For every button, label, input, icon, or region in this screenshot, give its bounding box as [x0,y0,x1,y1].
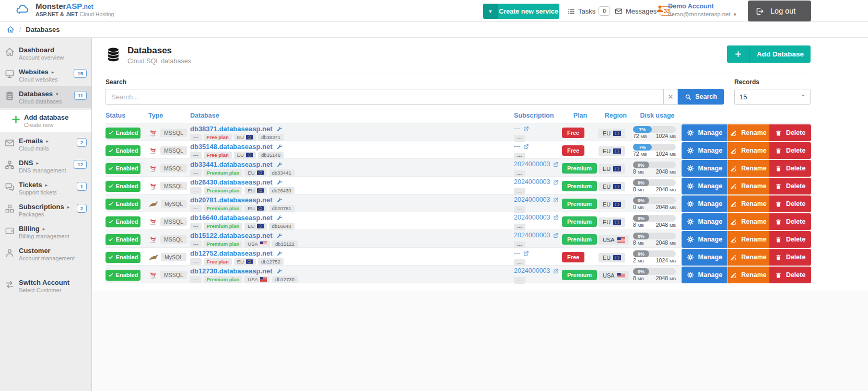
subscription-link[interactable]: --- [514,125,529,132]
records-select[interactable]: 15 [734,89,811,105]
subscription-link[interactable]: 2024000003 [514,178,559,186]
wrench-icon[interactable] [276,179,283,186]
manage-button[interactable]: Manage [682,142,728,159]
database-link[interactable]: db20781.databaseasp.net [190,197,273,204]
wrench-icon[interactable] [276,162,283,168]
rename-button[interactable]: Rename [728,231,769,248]
sidebar-item-switch-account[interactable]: Switch Account Select Customer [0,275,91,297]
subscription-link[interactable]: 2024000003 [514,214,559,221]
subscription-link[interactable]: --- [514,249,529,257]
wrench-icon[interactable] [276,233,283,239]
subscription-link[interactable]: 2024000003 [514,232,559,239]
table-row: Enabled MSSQL db35148.databaseasp.net --… [105,141,811,159]
wrench-icon[interactable] [276,268,283,274]
caret-down-icon[interactable]: ▼ [483,4,498,19]
rename-button[interactable]: Rename [728,267,769,283]
manage-button[interactable]: Manage [682,124,728,141]
wrench-icon[interactable] [276,250,283,257]
plan-badge: Premium [562,234,597,245]
manage-button[interactable]: Manage [682,178,728,194]
sidebar-item-tickets[interactable]: Tickets▸ Support tickets 1 [0,177,91,199]
disk-usage-bar: 7% [633,144,676,151]
page-subtitle: Cloud SQL databases [127,58,191,65]
database-link[interactable]: db12752.databaseasp.net [190,250,273,257]
wrench-icon[interactable] [276,144,283,150]
subscription-link[interactable]: --- [514,143,529,150]
delete-button[interactable]: Delete [769,196,811,212]
rename-button[interactable]: Rename [728,196,769,212]
create-new-service-button[interactable]: ▼ Create new service [483,4,559,19]
search-button[interactable]: Search [678,89,724,105]
search-input[interactable] [105,89,663,105]
database-link[interactable]: db26430.databaseasp.net [190,179,273,186]
sidebar-item-add-database[interactable]: Add database Create new [0,110,91,132]
delete-button[interactable]: Delete [769,249,811,266]
database-link[interactable]: db33441.databaseasp.net [190,161,273,168]
wrench-icon[interactable] [276,126,283,132]
database-link[interactable]: db35148.databaseasp.net [190,143,273,151]
sidebar-item-billing[interactable]: Billing▸ Billing management [0,221,91,243]
delete-button[interactable]: Delete [769,213,811,230]
database-icon [105,47,121,62]
manage-button[interactable]: Manage [682,160,728,177]
sidebar-item-websites[interactable]: Websites▸ Cloud websites 15 [0,64,91,86]
status-badge: Enabled [105,234,140,245]
header-database: Database [190,112,514,119]
external-link-icon [553,162,559,167]
mysql-icon [148,199,158,209]
mssql-icon [148,217,157,226]
wrench-icon[interactable] [276,197,283,203]
database-link[interactable]: db16640.databaseasp.net [190,214,273,222]
plan-tag: Premium plan [204,169,243,176]
delete-button[interactable]: Delete [769,267,811,283]
manage-button[interactable]: Manage [682,196,728,212]
subscription-link[interactable]: 2024000003 [514,160,559,168]
delete-button[interactable]: Delete [769,160,811,177]
app-logo[interactable]: MonsterASP.net ASP.NET & .NET Cloud Host… [14,2,114,17]
chat-icon [5,182,15,192]
manage-button[interactable]: Manage [682,231,728,248]
database-link[interactable]: db38371.databaseasp.net [190,125,273,133]
gear-icon [687,200,694,208]
rename-button[interactable]: Rename [728,160,769,177]
sidebar-item-dns[interactable]: DNS▸ DNS management 12 [0,155,91,177]
manage-button[interactable]: Manage [682,249,728,266]
dash-tag: --- [190,187,202,194]
database-link[interactable]: db12730.databaseasp.net [190,268,273,275]
delete-button[interactable]: Delete [769,231,811,248]
rename-button[interactable]: Rename [728,178,769,194]
logout-button[interactable]: Log out [748,1,811,21]
header-subscription: Subscription [514,112,562,119]
rename-button[interactable]: Rename [728,249,769,266]
rename-button[interactable]: Rename [728,213,769,230]
sidebar-item-subscriptions[interactable]: Subscriptions▸ Packages 2 [0,199,91,221]
subscription-link[interactable]: 2024000003 [514,196,559,203]
tasks-menu[interactable]: Tasks 0 [567,6,610,16]
clear-search-button[interactable] [663,89,678,105]
disk-total: 2048 MB [656,169,676,175]
subscription-link[interactable]: 2024000003 [514,267,559,274]
manage-button[interactable]: Manage [682,213,728,230]
check-icon [108,201,113,206]
sidebar-item-customer[interactable]: Customer Account management [0,243,91,265]
table-header-row: Status Type Database Subscription Plan R… [105,112,811,123]
delete-button[interactable]: Delete [769,178,811,194]
database-icon [5,91,15,101]
eu-flag-icon [246,135,253,140]
wrench-icon[interactable] [276,215,283,221]
region-badge: EU [599,217,625,227]
account-menu[interactable]: Demo Account demo@monsterasp.net▼ [655,3,737,18]
sidebar-item-e-mails[interactable]: E-mails▸ Cloud mails 2 [0,133,91,155]
add-database-button[interactable]: Add Database [727,45,811,63]
plus-icon [727,45,750,63]
rename-button[interactable]: Rename [728,124,769,141]
manage-button[interactable]: Manage [682,267,728,283]
home-icon[interactable] [7,26,15,33]
delete-button[interactable]: Delete [769,124,811,141]
sidebar-item-databases[interactable]: Databases▾ Cloud databases 11 [0,86,91,108]
region-tag: USA [244,276,270,283]
sidebar-item-dashboard[interactable]: Dashboard Account overview [0,42,91,64]
database-link[interactable]: db15122.databaseasp.net [190,232,273,239]
rename-button[interactable]: Rename [728,142,769,159]
delete-button[interactable]: Delete [769,142,811,159]
